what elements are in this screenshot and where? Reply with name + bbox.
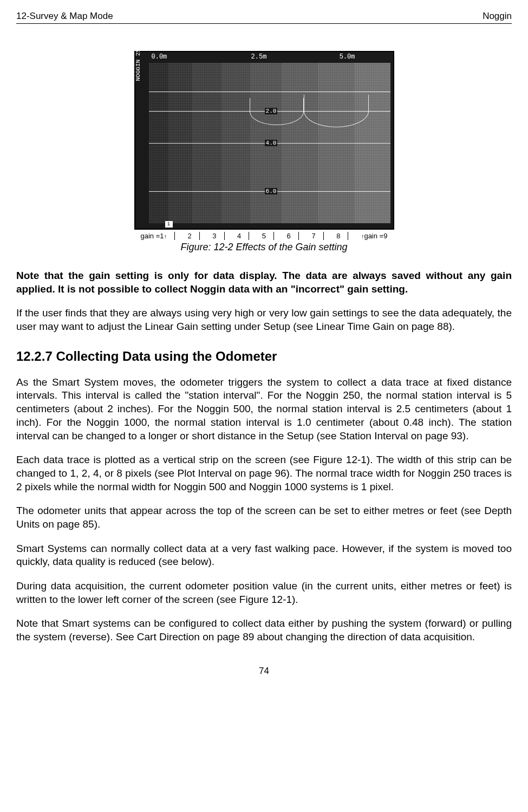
gain-label-7: 7: [309, 232, 323, 240]
paragraph-6: During data acquisition, the current odo…: [16, 580, 512, 606]
paragraph-4: The odometer units that appear across th…: [16, 504, 512, 531]
gain-label-3: 3: [210, 232, 224, 240]
bold-note-paragraph: Note that the gain setting is only for d…: [16, 269, 512, 296]
section-heading: 12.2.7 Collecting Data using the Odomete…: [16, 349, 512, 364]
gain-label-9: gain =9: [364, 232, 387, 240]
radar-content: 2.0 4.0 6.0: [149, 63, 390, 223]
figure-container: 0.0m 2.5m 5.0m NOGGIN 250 Tue Mar 30 13:…: [16, 51, 512, 253]
depth-label-2: 4.0: [265, 140, 278, 146]
paragraph-7: Note that Smart systems can be configure…: [16, 617, 512, 644]
radar-small-box: 1: [165, 221, 173, 228]
figure-caption: Figure: 12-2 Effects of the Gain setting: [134, 242, 394, 253]
page-number: 74: [16, 666, 512, 677]
radar-top-label-left: 0.0m: [152, 53, 167, 61]
paragraph-5: Smart Systems can normally collect data …: [16, 542, 512, 569]
gain-label-2: 2: [186, 232, 200, 240]
depth-label-3: 6.0: [265, 188, 278, 194]
radar-top-label-mid: 2.5m: [251, 53, 267, 61]
gain-label-6: 6: [285, 232, 299, 240]
radar-top-label-right: 5.0m: [340, 53, 355, 61]
radar-display: 0.0m 2.5m 5.0m NOGGIN 250 Tue Mar 30 13:…: [134, 51, 394, 230]
header-right: Noggin: [483, 11, 512, 22]
radar-side-text: NOGGIN 250 Tue Mar 30 13:37:23 1999: [135, 0, 141, 81]
gain-label-1: gain =1: [141, 232, 164, 240]
gain-label-5: 5: [260, 232, 274, 240]
paragraph-1: If the user finds that they are always u…: [16, 307, 512, 333]
gain-label-8: 8: [334, 232, 348, 240]
header-left: 12-Survey & Map Mode: [16, 11, 113, 22]
paragraph-2: As the Smart System moves, the odometer …: [16, 376, 512, 443]
page-header: 12-Survey & Map Mode Noggin: [16, 11, 512, 24]
gain-scale: gain =1↑ 2 3 4 5 6 7 8 ↑gain =9: [134, 232, 394, 240]
paragraph-3: Each data trace is plotted as a vertical…: [16, 453, 512, 493]
gain-label-4: 4: [235, 232, 249, 240]
